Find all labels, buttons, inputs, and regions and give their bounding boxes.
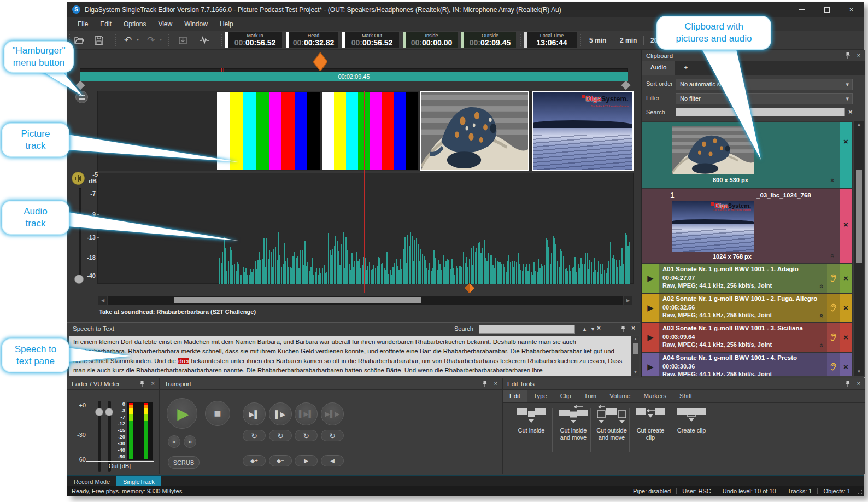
overview-duration-bar[interactable]: 00:02:09.45 (80, 72, 628, 81)
redo-button[interactable]: ↷ (144, 33, 158, 47)
undo-dropdown[interactable]: ▾ (137, 37, 139, 42)
timecode-head[interactable]: Head 00:00:32.82 (286, 32, 338, 48)
s2t-pin-icon[interactable] (620, 325, 626, 332)
scroll-up-icon[interactable]: ▲ (854, 121, 864, 129)
filter-dropdown[interactable]: No filter▾ (676, 93, 853, 104)
item-play-button[interactable]: ▶ (642, 353, 659, 376)
undo-button[interactable]: ↶ (121, 33, 135, 47)
play-around-button[interactable]: ▶▌▶ (321, 402, 344, 425)
item-play-button[interactable]: ▶ (642, 294, 659, 322)
tab-clip[interactable]: Clip (554, 390, 578, 402)
clipboard-item-picture-diga[interactable]: 1 _03_ibc_1024_768 DigaSystem. The Radio… (642, 189, 852, 263)
tab-type[interactable]: Type (527, 390, 554, 402)
prelisten-button[interactable] (827, 353, 840, 376)
audio-settings-button[interactable] (197, 33, 212, 47)
item-play-button[interactable]: ▶ (642, 323, 659, 352)
tool-create-clip[interactable]: Create clip (672, 405, 711, 434)
clipboard-tab-audio[interactable]: Audio (642, 61, 675, 75)
menu-window[interactable]: Window (178, 18, 214, 30)
item-play-button[interactable]: ▶ (642, 264, 659, 293)
collapse-icon[interactable]: « (829, 254, 837, 258)
s2t-close-icon[interactable]: × (631, 324, 635, 332)
transport-pin-icon[interactable] (482, 381, 488, 388)
s2t-search-input[interactable] (479, 325, 575, 334)
tab-shift[interactable]: Shift (673, 390, 699, 402)
overview-ruler[interactable] (80, 68, 628, 72)
timeline-scrollbar-thumb[interactable] (174, 297, 421, 303)
clipboard-item-audio-1[interactable]: ▶ A01 Sonate Nr. 1 g-moll BWV 1001 - 1. … (642, 264, 852, 293)
play-from-head-button[interactable]: ▌▶ (269, 402, 292, 425)
clipboard-item-audio-3[interactable]: ▶ A03 Sonate Nr. 1 g-moll BWV 1001 - 3. … (642, 323, 852, 352)
clipboard-search-clear-icon[interactable]: × (848, 108, 853, 116)
hamburger-menu-button[interactable] (75, 91, 88, 103)
play-to-head-button[interactable]: ▶▌ (243, 402, 266, 425)
s2t-text[interactable]: In einem kleinen Dorf da lebte einst ein… (69, 336, 631, 376)
picture-clip-lizard[interactable] (420, 91, 529, 171)
collapse-icon[interactable]: « (818, 343, 826, 347)
collapse-icon[interactable]: « (829, 178, 837, 182)
maximize-button[interactable] (814, 2, 839, 17)
fader-pin-icon[interactable] (139, 381, 145, 388)
delete-marker-button[interactable]: ◆− (269, 455, 292, 466)
s2t-scrollbar[interactable]: ▲ ▼ (632, 336, 639, 376)
timecode-mark-out[interactable]: Mark Out 00:00:56.52 (342, 32, 399, 48)
transport-close-icon[interactable]: × (494, 380, 497, 387)
redo-dropdown[interactable]: ▾ (160, 37, 162, 42)
picture-clip-digasystem[interactable]: DigaSystem. The Radio & TV Operating Sys… (532, 91, 634, 171)
clipboard-scrollbar[interactable]: ▲ ▼ (854, 121, 864, 376)
clipboard-pin-icon[interactable] (845, 52, 851, 59)
loop-button-1[interactable]: ↻ (243, 430, 266, 441)
timecode-local-time[interactable]: Local Time 13:06:44 (524, 32, 577, 48)
edit-marker-icon[interactable] (464, 283, 475, 293)
add-marker-button[interactable]: ◆+ (243, 455, 266, 466)
tab-volume[interactable]: Volume (603, 390, 637, 402)
fader-close-icon[interactable]: × (151, 380, 155, 387)
tab-edit[interactable]: Edit (503, 390, 527, 402)
timecode-mark-in[interactable]: Mark In 00:00:56.52 (225, 32, 282, 48)
scroll-down-icon[interactable]: ▼ (854, 368, 864, 376)
delete-item-icon[interactable]: × (843, 137, 848, 145)
zoom-preset-5min[interactable]: 5 min (584, 33, 611, 47)
scrub-button[interactable]: SCRUB (168, 456, 200, 469)
tab-record-mode[interactable]: Record Mode (67, 476, 116, 487)
prev-marker-button[interactable]: ◀ (321, 455, 344, 466)
clipboard-item-audio-4[interactable]: ▶ A04 Sonate Nr. 1 g-moll BWV 1001 - 4. … (642, 353, 852, 376)
prelisten-button[interactable] (827, 294, 840, 322)
open-button[interactable] (72, 33, 86, 47)
scroll-left-button[interactable]: ◀ (98, 296, 107, 305)
clipboard-item-picture-lizard[interactable]: 800 x 530 px « × (642, 122, 852, 188)
tab-markers[interactable]: Markers (637, 390, 673, 402)
prelisten-button[interactable] (827, 264, 840, 293)
search-prev-icon[interactable]: ▲ (582, 326, 587, 332)
picture-clip-colorbars-1[interactable] (217, 92, 320, 170)
delete-item-icon[interactable]: × (843, 274, 848, 282)
play-segment-button[interactable]: ▌▶▌ (295, 402, 318, 425)
rewind-button[interactable]: « (168, 435, 180, 448)
t ool-cut-create-clip[interactable]: Cut create clip (631, 405, 670, 441)
clipboard-add-tab[interactable]: + (675, 61, 696, 75)
delete-item-icon[interactable]: × (843, 303, 848, 312)
menu-edit[interactable]: Edit (94, 18, 118, 30)
import-button[interactable] (175, 33, 190, 47)
prelisten-button[interactable] (827, 323, 840, 352)
menu-options[interactable]: Options (118, 18, 152, 30)
menu-file[interactable]: File (72, 18, 94, 30)
loop-button-2[interactable]: ↻ (269, 430, 292, 441)
edit-tools-close-icon[interactable]: × (857, 380, 860, 387)
stop-button[interactable]: ■ (205, 401, 230, 426)
play-button[interactable]: ▶ (167, 398, 197, 429)
clipboard-close-icon[interactable]: × (857, 52, 860, 59)
clipboard-scrollbar-thumb[interactable] (856, 170, 862, 263)
collapse-icon[interactable]: « (818, 284, 826, 288)
collapse-icon[interactable]: « (818, 314, 826, 318)
tool-cut-outside-move[interactable]: Cut outside and move (593, 405, 631, 441)
audio-waveform[interactable] (219, 232, 634, 284)
edit-tools-pin-icon[interactable] (845, 381, 851, 388)
fader-knob-left[interactable] (95, 408, 103, 416)
timecode-outside[interactable]: Outside 00:02:09.45 (461, 32, 516, 48)
scroll-right-button[interactable]: ▶ (624, 296, 632, 305)
timecode-inside[interactable]: Inside 00:00:00.00 (403, 32, 458, 48)
zoom-preset-2min[interactable]: 2 min (615, 33, 642, 47)
loop-button-4[interactable]: ↻ (321, 430, 344, 441)
delete-item-icon[interactable]: × (843, 363, 848, 371)
